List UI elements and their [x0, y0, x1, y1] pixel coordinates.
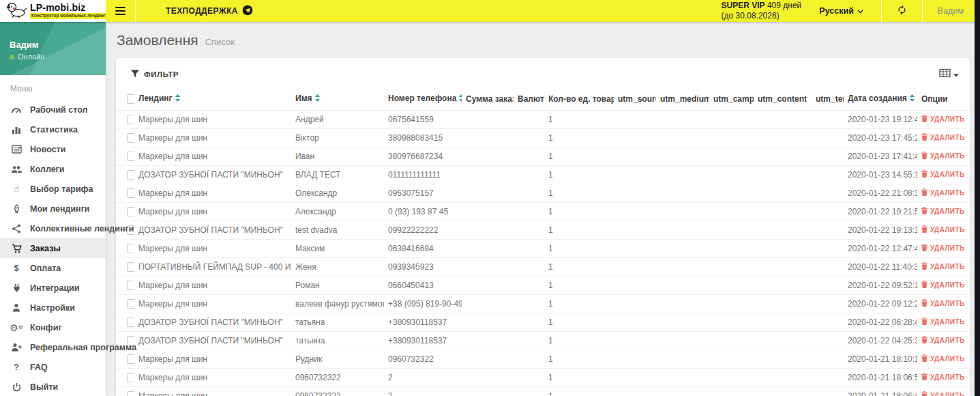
cell-name: 0960732322 [291, 387, 384, 396]
cell-utm-content [754, 111, 812, 129]
sidebar-item-colleagues[interactable]: Коллеги [0, 159, 106, 179]
column-visibility-button[interactable] [939, 68, 959, 80]
sidebar-item-referral[interactable]: Реферальная программа [0, 337, 106, 357]
row-checkbox[interactable] [127, 244, 134, 253]
row-checkbox[interactable] [127, 152, 134, 161]
cell-name: Олександр [291, 184, 384, 203]
delete-button[interactable]: УДАЛИТЬ [921, 207, 964, 216]
cell-landing: Маркеры для шин [134, 277, 291, 295]
delete-button[interactable]: УДАЛИТЬ [921, 133, 964, 142]
cell-options: УДАЛИТЬ [917, 203, 970, 221]
delete-button[interactable]: УДАЛИТЬ [921, 373, 964, 382]
cell-options: УДАЛИТЬ [917, 313, 970, 332]
cell-utm-content [754, 350, 812, 369]
sidebar-item-collective-landings[interactable]: Коллективные лендинги [0, 218, 106, 238]
sidebar-item-orders[interactable]: Заказы [0, 238, 106, 258]
sidebar-item-payment[interactable]: $ Оплата [0, 258, 106, 278]
cell-name: test dvadva [291, 221, 384, 240]
language-selector[interactable]: Русский [819, 0, 881, 22]
logo-title: LP-mobi.biz [30, 3, 112, 12]
cell-phone: +38 (095) 819-90-49 [384, 295, 462, 313]
scrollbar-track[interactable] [975, 0, 980, 396]
cell-options: УДАЛИТЬ [917, 129, 970, 147]
cell-options: УДАЛИТЬ [917, 387, 970, 396]
delete-button[interactable]: УДАЛИТЬ [921, 299, 964, 308]
row-checkbox[interactable] [127, 115, 134, 124]
col-phone[interactable]: Номер телефона [384, 88, 462, 111]
delete-button[interactable]: УДАЛИТЬ [921, 354, 964, 363]
delete-button[interactable]: УДАЛИТЬ [921, 262, 964, 271]
sidebar-item-integrations[interactable]: Интеграции [0, 278, 106, 298]
filter-label: ФИЛЬТР [144, 70, 179, 79]
cell-options: УДАЛИТЬ [917, 258, 970, 277]
cell-utm-campaign [709, 387, 754, 396]
sidebar-item-config[interactable]: ⚙⚙ Конфиг [0, 317, 106, 337]
cell-order-sum [462, 184, 514, 203]
support-button[interactable]: ТЕХПОДДЕРЖКА [136, 0, 267, 22]
row-checkbox[interactable] [127, 207, 134, 216]
cell-phone: 0638416684 [384, 240, 462, 258]
row-checkbox[interactable] [127, 354, 134, 364]
row-select-cell [116, 111, 134, 129]
sidebar-item-faq[interactable]: ? FAQ [0, 357, 106, 377]
row-checkbox[interactable] [127, 373, 134, 382]
cell-options: УДАЛИТЬ [917, 111, 970, 129]
page-title: Замовлення [117, 32, 198, 48]
col-created-date[interactable]: Дата создания [844, 88, 917, 111]
cell-utm-source [614, 166, 656, 184]
delete-button[interactable]: УДАЛИТЬ [921, 391, 964, 396]
refresh-button[interactable] [882, 0, 922, 22]
row-checkbox[interactable] [127, 262, 134, 272]
delete-button[interactable]: УДАЛИТЬ [921, 317, 964, 326]
sidebar-item-statistics[interactable]: Статистика [0, 119, 106, 139]
row-checkbox[interactable] [127, 317, 134, 327]
cell-utm-medium [656, 332, 709, 350]
sidebar-item-settings[interactable]: Настройки [0, 298, 106, 317]
row-select-cell [116, 277, 134, 295]
cell-landing: Маркеры для шин [134, 240, 291, 258]
cell-utm-content [754, 240, 812, 258]
col-name[interactable]: Имя [291, 88, 384, 111]
filter-button[interactable]: ФИЛЬТР [127, 69, 183, 80]
select-all-checkbox[interactable] [127, 94, 134, 104]
row-select-cell [116, 184, 134, 203]
delete-button[interactable]: УДАЛИТЬ [921, 281, 964, 289]
delete-button[interactable]: УДАЛИТЬ [921, 188, 964, 197]
delete-button[interactable]: УДАЛИТЬ [921, 225, 964, 234]
cell-phone: 0960732322 [384, 350, 462, 369]
cell-name: Женя [291, 258, 384, 277]
sidebar-item-tariff[interactable]: ☝ Выбор тарифа [0, 179, 106, 199]
col-landing[interactable]: Лендинг [134, 88, 291, 111]
logo[interactable]: LP-mobi.biz Конструктор мобильных лендин… [0, 0, 106, 22]
sidebar-item-logout[interactable]: Выйти [0, 377, 106, 396]
row-checkbox[interactable] [127, 188, 134, 198]
table-grid-icon [939, 68, 951, 80]
row-checkbox[interactable] [127, 170, 134, 180]
delete-button[interactable]: УДАЛИТЬ [921, 152, 964, 160]
hamburger-menu-icon[interactable] [106, 0, 136, 22]
row-select-cell [116, 258, 134, 277]
cell-created-date: 2020-01-21 18:06:50 [844, 369, 917, 387]
row-checkbox[interactable] [127, 281, 134, 290]
newspaper-icon [10, 145, 23, 154]
delete-button[interactable]: УДАЛИТЬ [921, 244, 964, 253]
sidebar-item-dashboard[interactable]: Рабочий стол [0, 100, 106, 119]
sidebar-item-news[interactable]: Новости [0, 139, 106, 159]
delete-button[interactable]: УДАЛИТЬ [921, 170, 964, 179]
cell-landing: Маркеры для шин [134, 111, 291, 129]
trash-icon [921, 115, 927, 124]
delete-button[interactable]: УДАЛИТЬ [921, 115, 964, 124]
row-checkbox[interactable] [127, 391, 134, 396]
cell-utm-content [754, 203, 812, 221]
row-checkbox[interactable] [127, 133, 134, 143]
cell-utm-term [812, 350, 844, 369]
row-checkbox[interactable] [127, 299, 134, 309]
cell-order-sum [462, 313, 514, 332]
cell-options: УДАЛИТЬ [917, 295, 970, 313]
cell-phone: 0660450413 [384, 277, 462, 295]
cell-quantity: 1 [544, 129, 614, 147]
trash-icon [921, 262, 927, 271]
sidebar-item-my-landings[interactable]: Мои лендинги [0, 199, 106, 218]
user-menu[interactable]: Вадим [923, 0, 980, 22]
delete-button[interactable]: УДАЛИТЬ [921, 336, 964, 345]
